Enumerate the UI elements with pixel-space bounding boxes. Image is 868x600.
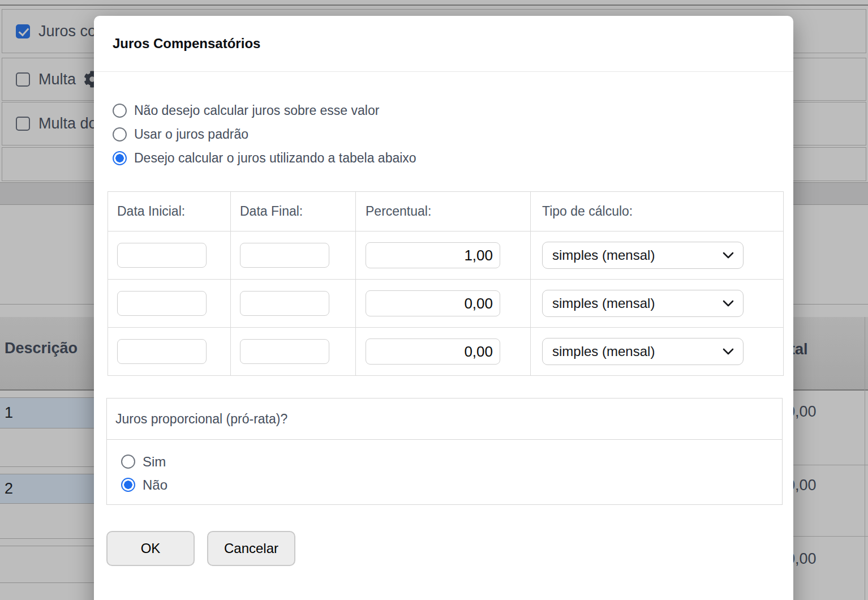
chevron-down-icon [723, 300, 734, 307]
prorata-panel: Juros proporcional (pró-rata)? Sim Não [106, 398, 783, 505]
radio-option-nao-desejo[interactable]: Não desejo calcular juros sobre esse val… [113, 98, 416, 122]
cell-data-inicial [108, 232, 231, 279]
juros-table-header-row: Data Inicial: Data Final: Percentual: Ti… [108, 192, 783, 231]
col-header-data-inicial: Data Inicial: [108, 192, 231, 231]
screen: Juros co Multa Multa do Descrição tal 1 … [0, 0, 868, 600]
cell-data-final [231, 232, 356, 279]
prorata-radio-group: Sim Não [107, 440, 782, 496]
chevron-down-icon [723, 348, 734, 355]
data-final-input-row-2[interactable] [240, 291, 329, 316]
radio-option-juros-padrao[interactable]: Usar o juros padrão [113, 122, 416, 146]
cell-data-inicial [108, 328, 231, 375]
cell-percentual [356, 328, 531, 375]
radio-icon[interactable] [113, 104, 127, 118]
cell-percentual [356, 232, 531, 279]
cancel-button[interactable]: Cancelar [207, 531, 295, 566]
radio-option-label: Usar o juros padrão [134, 127, 248, 142]
select-value: simples (mensal) [552, 344, 655, 359]
cell-tipo-calculo: simples (mensal) [531, 280, 784, 327]
radio-option-tabela-abaixo[interactable]: Desejo calcular o juros utilizando a tab… [113, 146, 416, 170]
cell-tipo-calculo: simples (mensal) [531, 232, 784, 279]
juros-compensatorios-dialog: Juros Compensatórios Não desejo calcular… [94, 16, 793, 600]
data-inicial-input-row-2[interactable] [117, 291, 207, 316]
juros-table-row-1: simples (mensal) [108, 231, 783, 279]
dialog-header: Juros Compensatórios [94, 16, 793, 72]
ok-button[interactable]: OK [106, 531, 195, 566]
select-value: simples (mensal) [552, 247, 655, 263]
chevron-down-icon [723, 252, 734, 259]
radio-option-label: Não [143, 477, 167, 493]
radio-option-label: Sim [143, 454, 166, 470]
radio-icon[interactable] [113, 127, 127, 142]
tipo-calculo-select-row-3[interactable]: simples (mensal) [542, 338, 744, 365]
cell-data-final [231, 328, 356, 375]
cell-data-inicial [108, 280, 231, 327]
col-header-data-final: Data Final: [231, 192, 356, 231]
data-inicial-input-row-1[interactable] [117, 243, 207, 268]
juros-table: Data Inicial: Data Final: Percentual: Ti… [108, 191, 784, 376]
radio-icon-selected[interactable] [121, 478, 135, 492]
juros-mode-radio-group: Não desejo calcular juros sobre esse val… [113, 98, 416, 170]
tipo-calculo-select-row-1[interactable]: simples (mensal) [542, 242, 744, 269]
dialog-title: Juros Compensatórios [113, 36, 260, 52]
radio-option-nao[interactable]: Não [121, 473, 782, 496]
data-inicial-input-row-3[interactable] [117, 339, 207, 364]
percentual-input-row-1[interactable] [366, 242, 500, 268]
cell-data-final [231, 280, 356, 327]
juros-table-row-3: simples (mensal) [108, 327, 783, 375]
cell-percentual [356, 280, 531, 327]
tipo-calculo-select-row-2[interactable]: simples (mensal) [542, 290, 744, 317]
col-header-tipo-calculo: Tipo de cálculo: [531, 192, 784, 231]
col-header-percentual: Percentual: [356, 192, 531, 231]
juros-table-row-2: simples (mensal) [108, 279, 783, 327]
radio-icon-selected[interactable] [113, 151, 127, 165]
radio-option-sim[interactable]: Sim [121, 450, 782, 473]
radio-option-label: Desejo calcular o juros utilizando a tab… [134, 151, 416, 166]
radio-option-label: Não desejo calcular juros sobre esse val… [134, 103, 379, 118]
data-final-input-row-1[interactable] [240, 243, 329, 268]
prorata-question: Juros proporcional (pró-rata)? [107, 398, 782, 440]
radio-icon[interactable] [121, 455, 135, 469]
select-value: simples (mensal) [552, 295, 655, 311]
percentual-input-row-2[interactable] [366, 290, 500, 316]
data-final-input-row-3[interactable] [240, 339, 329, 364]
percentual-input-row-3[interactable] [366, 338, 500, 365]
cell-tipo-calculo: simples (mensal) [531, 328, 784, 375]
